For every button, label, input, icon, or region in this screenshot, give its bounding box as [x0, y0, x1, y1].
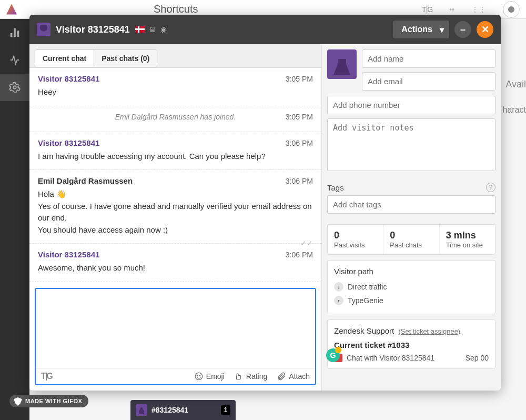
typegenie-icon: T|G [41, 372, 52, 381]
sender-name: Visitor 83125841 [38, 74, 99, 83]
svg-point-3 [200, 375, 200, 376]
visitor-sidebar: Tags ? 0 Past visits 0 Past chats 3 mins… [322, 44, 501, 391]
page-title: Shortcuts [154, 3, 198, 15]
emoji-label: Emoji [206, 372, 225, 381]
left-nav-rail [0, 19, 29, 420]
message-input[interactable] [36, 289, 315, 368]
browser-icon: ◉ [160, 25, 167, 34]
rating-label: Rating [246, 372, 267, 381]
visitor-avatar-large-icon [327, 49, 357, 79]
typegenie-badge: T|G [422, 5, 432, 14]
message-time: 3:05 PM [286, 113, 313, 121]
app-logo-icon [6, 4, 17, 15]
sender-name: Emil Dalgård Rasmussen [38, 176, 133, 185]
visitor-avatar-icon [37, 23, 50, 36]
gifox-watermark: MADE WITH GIFOX [9, 395, 88, 407]
user-avatar[interactable] [503, 1, 520, 18]
message-time: 3:06 PM [286, 251, 313, 259]
nav-home[interactable] [0, 19, 29, 46]
visitor-name-input[interactable] [362, 49, 495, 68]
sender-name: Visitor 83125841 [38, 250, 99, 259]
visitor-path-header: Visitor path [334, 267, 489, 276]
help-icon[interactable]: ? [486, 183, 495, 192]
modal-header: Visitor 83125841 🖥 ◉ Actions – ✕ [29, 15, 501, 44]
current-ticket-label: Current ticket #1033 [334, 341, 489, 349]
visitor-path-item: • TypeGenie [334, 294, 489, 307]
stat-label: Time on site [446, 241, 489, 249]
nav-activity[interactable] [0, 46, 29, 74]
message-time: 3:06 PM [286, 139, 313, 147]
chat-tabs: Current chat Past chats (0) [29, 44, 321, 68]
system-message: Emil Dalgård Rasmussen has joined.3:05 P… [29, 106, 321, 132]
chat-message: Visitor 831258413:05 PMHeey [29, 68, 321, 106]
grid-icon: ⋮⋮ [471, 5, 486, 14]
svg-point-2 [197, 375, 198, 376]
visitor-avatar-icon [136, 404, 147, 416]
stat-label: Past chats [390, 241, 432, 249]
message-body: Awesome, thank you so much! [38, 262, 313, 274]
stat-value: 3 mins [446, 230, 489, 241]
denmark-flag-icon [135, 26, 145, 33]
attach-label: Attach [289, 372, 310, 381]
stat-past-visits: 0 Past visits [328, 225, 383, 254]
grammarly-icon[interactable]: G [326, 348, 340, 362]
message-time: 3:05 PM [286, 75, 313, 83]
rating-button[interactable]: Rating [234, 372, 267, 381]
message-body: I am having trouble accessing my account… [38, 151, 313, 163]
dots-icon: •• [449, 5, 454, 14]
zendesk-support-card: Zendesk Support (Set ticket assignee) Cu… [327, 319, 495, 369]
sender-name: Visitor 83125841 [38, 138, 99, 147]
visitor-notes-input[interactable] [327, 118, 495, 171]
emoji-button[interactable]: Emoji [194, 372, 225, 381]
stat-past-chats: 0 Past chats [383, 225, 439, 254]
tags-label: Tags [327, 183, 344, 192]
stat-value: 0 [390, 230, 432, 241]
ticket-item[interactable]: Chat with Visitor 83125841 Sep 00 [334, 354, 489, 362]
visitor-phone-input[interactable] [327, 96, 495, 114]
zendesk-title: Zendesk Support [334, 326, 394, 335]
ticket-date: Sep 00 [466, 354, 489, 362]
nav-settings[interactable] [0, 74, 29, 101]
visitor-path-card: Visitor path ↓ Direct traffic • TypeGeni… [327, 260, 495, 314]
message-body: Heey [38, 86, 313, 98]
minimize-button[interactable]: – [454, 21, 471, 38]
close-button[interactable]: ✕ [477, 21, 493, 38]
chat-modal: Visitor 83125841 🖥 ◉ Actions – ✕ Current… [29, 15, 501, 391]
message-body: Hola 👋Yes of course. I have gone ahead a… [38, 188, 313, 236]
tab-current-chat[interactable]: Current chat [35, 50, 94, 67]
bg-charact-label: haract [503, 105, 526, 115]
visitor-path-item: ↓ Direct traffic [334, 280, 489, 294]
visitor-path-text: Direct traffic [348, 283, 387, 291]
visitor-email-input[interactable] [362, 72, 495, 91]
arrow-down-icon: ↓ [334, 282, 343, 292]
chat-tab[interactable]: #83125841 1 [130, 400, 236, 420]
message-time: 3:06 PM [286, 177, 313, 185]
chat-tab-badge: 1 [221, 405, 230, 415]
actions-dropdown[interactable]: Actions [393, 21, 449, 38]
chat-message: Visitor 831258413:06 PMI am having troub… [29, 132, 321, 171]
chat-tags-input[interactable] [327, 195, 495, 214]
stat-time-on-site: 3 mins Time on site [440, 225, 495, 254]
stat-label: Past visits [334, 241, 377, 249]
visitor-path-text: TypeGenie [348, 296, 383, 305]
attach-button[interactable]: Attach [277, 372, 310, 381]
chat-message: Emil Dalgård Rasmussen3:06 PMHola 👋Yes o… [29, 170, 321, 244]
stat-value: 0 [334, 230, 377, 241]
composer: T|G Emoji Rating Attach [35, 288, 316, 385]
svg-point-1 [195, 373, 203, 380]
chat-message: Visitor 831258413:06 PMAwesome, thank yo… [29, 244, 321, 282]
desktop-icon: 🖥 [149, 25, 156, 34]
chat-tab-label: #83125841 [151, 406, 188, 414]
set-assignee-link[interactable]: (Set ticket assignee) [398, 327, 460, 335]
dot-icon: • [334, 296, 343, 305]
visitor-stats: 0 Past visits 0 Past chats 3 mins Time o… [327, 224, 495, 255]
read-receipt-icon: ✓✓ [300, 238, 313, 249]
system-text: Emil Dalgård Rasmussen has joined. [115, 113, 236, 121]
modal-title: Visitor 83125841 [56, 24, 130, 35]
bg-avail-label: Avail [505, 79, 526, 90]
chat-transcript: Visitor 831258413:05 PMHeeyEmil Dalgård … [29, 68, 321, 284]
svg-point-0 [13, 86, 16, 89]
tab-past-chats[interactable]: Past chats (0) [94, 50, 157, 67]
tags-section-header: Tags ? [322, 176, 501, 195]
ticket-title: Chat with Visitor 83125841 [347, 354, 434, 362]
